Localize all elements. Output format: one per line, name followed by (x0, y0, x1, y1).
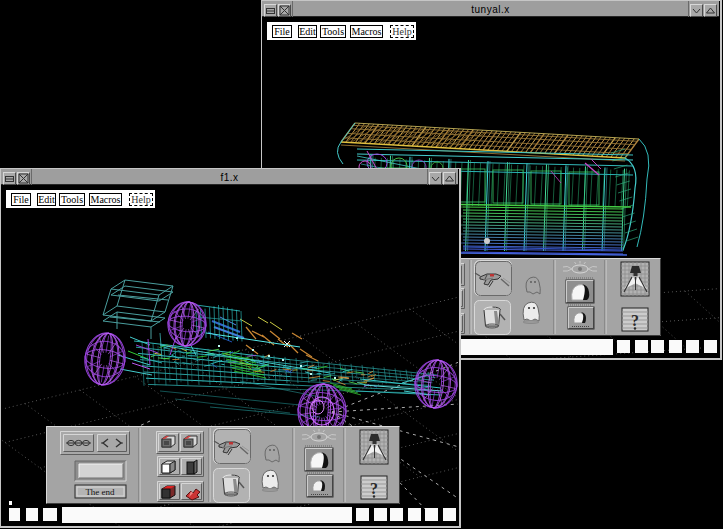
svg-text:?: ? (370, 480, 378, 497)
svg-text:The end: The end (85, 487, 115, 497)
svg-text:?: ? (631, 312, 639, 329)
